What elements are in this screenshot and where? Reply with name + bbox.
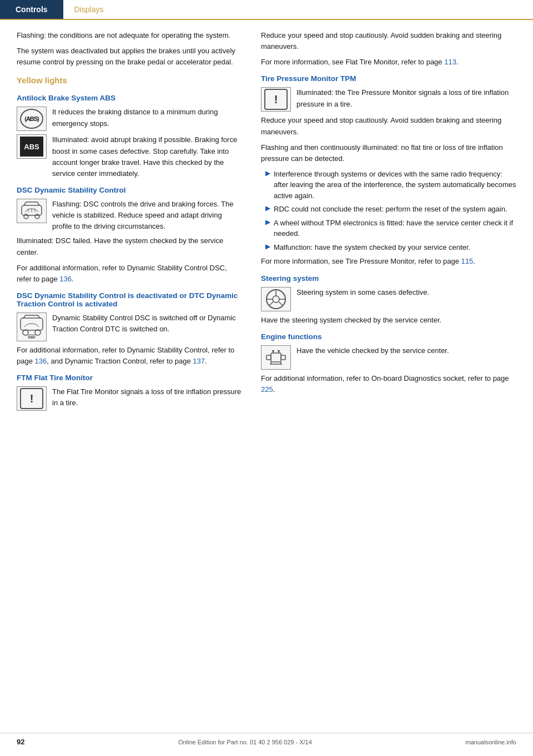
bullet-text-3: A wheel without TPM electronics is fitte… xyxy=(274,218,516,239)
engine-icon-box xyxy=(261,345,291,370)
dsc-text2: Illuminated: DSC failed. Have the system… xyxy=(17,235,243,258)
engine-heading: Engine functions xyxy=(261,332,516,341)
engine-page-link[interactable]: 225 xyxy=(261,385,273,394)
ftm-text1: The Flat Tire Monitor signals a loss of … xyxy=(52,386,243,409)
engine-text1: Have the vehicle checked by the service … xyxy=(296,345,516,356)
steering-text2: Have the steering system checked by the … xyxy=(261,315,516,326)
footer-page-number: 92 xyxy=(17,738,24,746)
right-para1: Reduce your speed and stop cautiously. A… xyxy=(261,30,516,52)
bullet-arrow-2: ▶ xyxy=(265,204,270,212)
dsc-off-icon: OFF xyxy=(19,315,44,339)
svg-point-9 xyxy=(273,296,279,303)
tpm-icon-box: ! xyxy=(261,87,291,112)
dsc-deact-row: OFF Dynamic Stability Control DSC is swi… xyxy=(17,313,243,341)
svg-rect-16 xyxy=(266,355,271,360)
tpm-page-link[interactable]: 115 xyxy=(461,257,474,265)
controls-tab-label: Controls xyxy=(16,5,48,14)
tpm-para1: Reduce your speed and stop cautiously. A… xyxy=(261,115,516,137)
dsc-icon-box xyxy=(17,199,47,223)
svg-rect-3 xyxy=(21,318,43,330)
abs-circle-icon: (ABS) xyxy=(17,107,47,131)
abs-rect-symbol: ABS xyxy=(20,137,43,157)
tab-controls[interactable]: Controls xyxy=(0,0,63,19)
bullet-item-3: ▶ A wheel without TPM electronics is fit… xyxy=(261,218,516,239)
dsc-car-icon xyxy=(21,201,43,221)
dsc-deact-text2: For additional information, refer to Dyn… xyxy=(17,345,243,367)
abs-text2: Illuminated: avoid abrupt braking if pos… xyxy=(52,134,243,179)
dsc-off-icon-box: OFF xyxy=(17,313,47,341)
dsc-text3: For additional information, refer to Dyn… xyxy=(17,263,243,285)
ftm-page-link[interactable]: 113 xyxy=(444,58,456,66)
dsc-deact-page2-link[interactable]: 137 xyxy=(193,357,205,365)
left-column: Flashing: the conditions are not adequat… xyxy=(0,30,255,414)
bullet-item-2: ▶ RDC could not conclude the reset: perf… xyxy=(261,204,516,215)
svg-rect-15 xyxy=(271,353,281,362)
tpm-heading: Tire Pressure Monitor TPM xyxy=(261,74,516,83)
abs-row2: ABS Illuminated: avoid abrupt braking if… xyxy=(17,134,243,179)
dsc-text1: Flashing: DSC controls the drive and bra… xyxy=(52,199,243,232)
displays-tab-label: Displays xyxy=(74,5,104,14)
yellow-lights-heading: Yellow lights xyxy=(17,75,243,85)
ftm-icon-box: ! xyxy=(17,386,47,411)
engine-row: Have the vehicle checked by the service … xyxy=(261,345,516,370)
tpm-para3: For more information, see Tire Pressure … xyxy=(261,256,516,267)
tpm-icon-text: Illuminated: the Tire Pressure Monitor s… xyxy=(296,87,516,109)
dsc-row1: Flashing: DSC controls the drive and bra… xyxy=(17,199,243,232)
svg-point-1 xyxy=(24,214,28,219)
dsc-heading: DSC Dynamic Stability Control xyxy=(17,186,243,194)
svg-text:OFF: OFF xyxy=(29,335,34,339)
steering-wheel-icon xyxy=(264,289,288,310)
tab-displays[interactable]: Displays xyxy=(63,0,115,20)
intro-para1: Flashing: the conditions are not adequat… xyxy=(17,30,243,41)
bullet-text-4: Malfunction: have the system checked by … xyxy=(274,242,470,253)
tpm-exclamation-icon: ! xyxy=(264,89,288,110)
steering-row: Steering system in some cases defective. xyxy=(261,287,516,311)
ftm-heading: FTM Flat Tire Monitor xyxy=(17,374,243,382)
tpm-para2: Flashing and then continuously illuminat… xyxy=(261,142,516,164)
dsc-deact-heading: DSC Dynamic Stability Control is deactiv… xyxy=(17,291,243,308)
ftm-row: ! The Flat Tire Monitor signals a loss o… xyxy=(17,386,243,411)
right-para2: For more information, see Flat Tire Moni… xyxy=(261,57,516,68)
intro-para2: The system was deactivated but applies t… xyxy=(17,46,243,68)
svg-rect-17 xyxy=(281,355,285,360)
dsc-page-link[interactable]: 136 xyxy=(59,275,72,283)
svg-line-13 xyxy=(269,302,273,305)
abs-circle-symbol: (ABS) xyxy=(20,109,43,129)
bullet-arrow-4: ▶ xyxy=(265,243,270,250)
bullet-text-2: RDC could not conclude the reset: perfor… xyxy=(274,204,507,215)
main-content: Flashing: the conditions are not adequat… xyxy=(0,20,533,414)
svg-line-14 xyxy=(279,302,283,305)
bullet-item-4: ▶ Malfunction: have the system checked b… xyxy=(261,242,516,253)
right-column: Reduce your speed and stop cautiously. A… xyxy=(255,30,533,414)
dsc-deact-text1: Dynamic Stability Control DSC is switche… xyxy=(52,313,243,335)
bullet-text-1: Interference through systems or devices … xyxy=(274,169,516,201)
steering-icon-box xyxy=(261,287,291,311)
tpm-row: ! Illuminated: the Tire Pressure Monitor… xyxy=(261,87,516,112)
bullet-item-1: ▶ Interference through systems or device… xyxy=(261,169,516,201)
bullet-arrow-1: ▶ xyxy=(265,169,270,177)
abs-rect-icon: ABS xyxy=(17,134,47,159)
steering-text1: Steering system in some cases defective. xyxy=(296,287,516,298)
engine-symbol-icon xyxy=(265,349,286,366)
bullet-arrow-3: ▶ xyxy=(265,218,270,226)
footer: 92 Online Edition for Part no. 01 40 2 9… xyxy=(0,733,533,746)
svg-point-2 xyxy=(35,214,39,219)
abs-row1: (ABS) It reduces the braking distance to… xyxy=(17,107,243,131)
abs-text1: It reduces the braking distance to a min… xyxy=(52,107,243,129)
engine-text2: For additional information, refer to On-… xyxy=(261,373,516,395)
dsc-deact-page1-link[interactable]: 136 xyxy=(35,357,47,365)
ftm-exclamation-icon: ! xyxy=(20,388,43,409)
steering-heading: Steering system xyxy=(261,274,516,283)
header-tabs: Controls Displays xyxy=(0,0,533,20)
footer-website: manualsonline.info xyxy=(465,739,516,745)
abs-heading: Antilock Brake System ABS xyxy=(17,94,243,102)
footer-edition-text: Online Edition for Part no. 01 40 2 956 … xyxy=(178,739,312,745)
